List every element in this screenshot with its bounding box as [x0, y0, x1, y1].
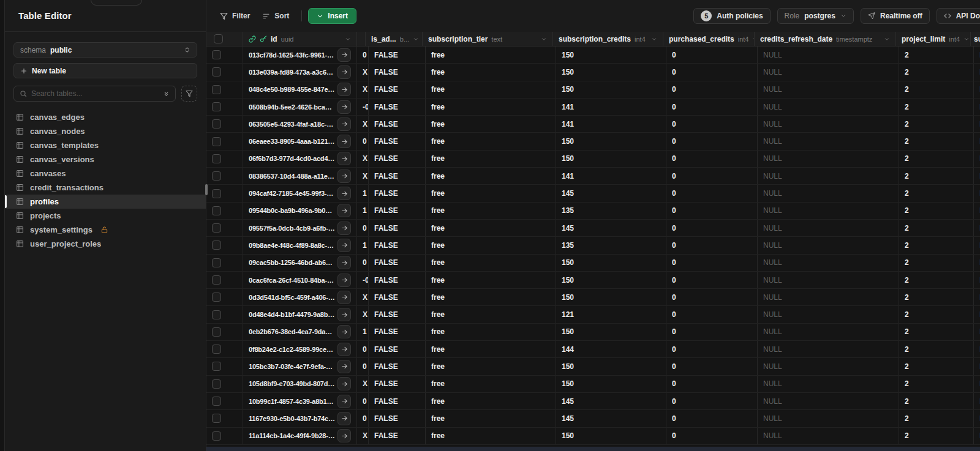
cell-overflow[interactable]: NU — [974, 133, 980, 149]
cell-overflow[interactable]: NU — [974, 393, 980, 409]
column-header-overflow[interactable]: su — [971, 32, 980, 46]
sidebar-item-table[interactable]: canvases — [5, 166, 206, 181]
table-row[interactable]: 0508b94b-5ee2-4626-bca1-4bca... -0 FALSE — [206, 99, 980, 116]
cell-id[interactable]: 08386537-10d4-488a-a11e-eb5a6... — [243, 168, 357, 184]
chevron-down-icon[interactable] — [541, 36, 547, 42]
cell-subscription-tier[interactable]: free — [426, 99, 556, 115]
cell-purchased-credits[interactable]: 0 — [666, 324, 758, 340]
cell-is-admin[interactable]: FALSE — [369, 220, 426, 236]
cell-subscription-credits[interactable]: 150 — [556, 289, 666, 305]
row-checkbox[interactable] — [212, 50, 221, 59]
expand-row-button[interactable] — [337, 170, 351, 183]
api-docs-button[interactable]: API Do — [937, 8, 980, 24]
cell-subscription-tier[interactable]: free — [426, 255, 556, 271]
cell-id[interactable]: 06eaee33-8905-4aaa-b121-ab552... — [243, 133, 357, 149]
row-checkbox[interactable] — [212, 310, 221, 319]
cell-overflow[interactable]: NU — [974, 99, 980, 115]
cell-overflow[interactable]: NU — [974, 185, 980, 201]
column-header-subscription-credits[interactable]: subscription_credits int4 — [553, 32, 663, 46]
expand-row-button[interactable] — [337, 204, 351, 217]
expand-row-button[interactable] — [337, 395, 351, 408]
search-tables-input[interactable] — [31, 89, 159, 98]
cell-subscription-credits[interactable]: 150 — [556, 133, 666, 149]
cell-clipped[interactable]: X — [357, 168, 369, 184]
cell-purchased-credits[interactable]: 0 — [666, 168, 758, 184]
cell-subscription-credits[interactable]: 150 — [556, 358, 666, 375]
cell-overflow[interactable]: NU — [974, 341, 980, 357]
cell-id[interactable]: 105bc3b7-03fe-4e7f-9efa-21bb40... — [243, 358, 357, 375]
cell-is-admin[interactable]: FALSE — [369, 64, 426, 80]
column-header-subscription-tier[interactable]: subscription_tier text — [423, 32, 553, 46]
cell-subscription-credits[interactable]: 150 — [556, 81, 666, 98]
cell-is-admin[interactable]: FALSE — [369, 306, 426, 322]
cell-purchased-credits[interactable]: 0 — [666, 81, 758, 98]
cell-credits-refresh-date[interactable]: NULL — [758, 151, 899, 167]
cell-purchased-credits[interactable]: 0 — [666, 151, 758, 167]
cell-overflow[interactable]: NU — [974, 64, 980, 80]
table-row[interactable]: 105d8bf9-e703-49bd-807d-645e... X FALSE — [206, 376, 980, 393]
cell-subscription-tier[interactable]: free — [426, 185, 556, 201]
cell-credits-refresh-date[interactable]: NULL — [758, 289, 899, 305]
cell-is-admin[interactable]: FALSE — [369, 81, 426, 98]
table-row[interactable]: 08386537-10d4-488a-a11e-eb5a6... X FALSE — [206, 168, 980, 185]
cell-clipped[interactable]: 0 — [357, 393, 369, 409]
cell-purchased-credits[interactable]: 0 — [666, 116, 758, 132]
expand-row-button[interactable] — [337, 274, 351, 287]
cell-clipped[interactable]: 1 — [357, 237, 369, 253]
cell-clipped[interactable]: X — [357, 289, 369, 305]
expand-row-button[interactable] — [337, 308, 351, 321]
cell-is-admin[interactable]: FALSE — [369, 410, 426, 427]
chevron-down-icon[interactable] — [345, 36, 351, 42]
row-checkbox[interactable] — [212, 240, 221, 250]
table-row[interactable]: 0cac6fca-26cf-4510-84ba-c4580... -0 FALS… — [206, 272, 980, 289]
cell-subscription-credits[interactable]: 144 — [556, 341, 666, 357]
cell-project-limit[interactable]: 2 — [899, 99, 974, 115]
cell-subscription-credits[interactable]: 145 — [556, 410, 666, 427]
role-select-button[interactable]: Role postgres — [777, 8, 854, 24]
cell-overflow[interactable]: NU — [974, 237, 980, 253]
cell-overflow[interactable]: NU — [974, 81, 980, 98]
cell-project-limit[interactable]: 2 — [899, 81, 974, 98]
table-row[interactable]: 0f8b24e2-c1c2-4589-99ce-2c52d... 0 FALSE — [206, 341, 980, 358]
cell-subscription-tier[interactable]: free — [426, 376, 556, 392]
cell-clipped[interactable]: 0 — [357, 133, 369, 149]
auth-policies-button[interactable]: 5 Auth policies — [693, 8, 770, 24]
row-checkbox[interactable] — [212, 293, 221, 302]
row-checkbox[interactable] — [212, 85, 221, 94]
cell-credits-refresh-date[interactable]: NULL — [758, 376, 899, 392]
cell-subscription-credits[interactable]: 150 — [556, 255, 666, 271]
cell-id[interactable]: 10b99c1f-4857-4c39-a8b1-263b8... — [243, 393, 357, 409]
cell-id[interactable]: 013e039a-fd89-473a-a3c6-ccfa9... — [243, 64, 357, 80]
cell-purchased-credits[interactable]: 0 — [666, 410, 758, 427]
cell-subscription-credits[interactable]: 150 — [556, 151, 666, 167]
cell-purchased-credits[interactable]: 0 — [666, 185, 758, 201]
cell-overflow[interactable]: NU — [974, 47, 980, 63]
cell-id[interactable]: 09b8ae4e-f48c-4f89-8a8c-1629b... — [243, 237, 357, 253]
cell-clipped[interactable]: 0 — [357, 410, 369, 427]
row-checkbox[interactable] — [212, 137, 221, 146]
cell-project-limit[interactable]: 2 — [899, 185, 974, 201]
cell-purchased-credits[interactable]: 0 — [666, 272, 758, 288]
cell-clipped[interactable]: -0 — [357, 99, 369, 115]
cell-project-limit[interactable]: 2 — [899, 324, 974, 340]
cell-credits-refresh-date[interactable]: NULL — [758, 341, 899, 357]
table-row[interactable]: 11a114cb-1a4c-49f4-9b28-52219ec... X FAL… — [206, 428, 980, 445]
column-header-clipped[interactable] — [357, 32, 366, 46]
row-checkbox[interactable] — [212, 67, 221, 76]
chevron-down-icon[interactable] — [651, 36, 657, 42]
cell-subscription-credits[interactable]: 150 — [556, 64, 666, 80]
cell-subscription-credits[interactable]: 150 — [556, 376, 666, 392]
expand-row-button[interactable] — [337, 117, 351, 131]
cell-is-admin[interactable]: FALSE — [369, 133, 426, 149]
cell-project-limit[interactable]: 2 — [899, 410, 974, 427]
cell-overflow[interactable]: NU — [974, 428, 980, 444]
cell-credits-refresh-date[interactable]: NULL — [758, 237, 899, 253]
expand-row-button[interactable] — [337, 360, 351, 373]
cell-subscription-credits[interactable]: 135 — [556, 237, 666, 253]
cell-clipped[interactable]: 1 — [357, 185, 369, 201]
sort-button[interactable]: Sort — [256, 8, 295, 24]
cell-subscription-credits[interactable]: 150 — [556, 428, 666, 444]
cell-id[interactable]: 013cf78d-1625-43fc-9961-442189... — [243, 47, 357, 63]
expand-row-button[interactable] — [337, 65, 351, 79]
cell-purchased-credits[interactable]: 0 — [666, 428, 758, 444]
